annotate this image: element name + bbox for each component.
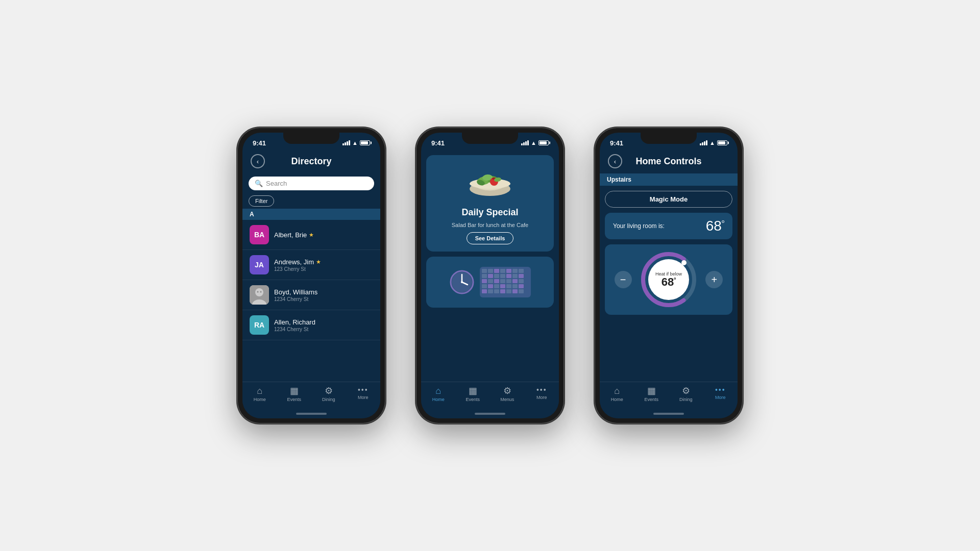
phone-directory: 9:41 ▲ ‹ Directory: [237, 128, 385, 423]
contact-item-andrews[interactable]: JA Andrews, Jim ★ 123 Cherry St: [242, 250, 380, 280]
daily-special-card: Daily Special Salad Bar for lunch at the…: [426, 155, 554, 252]
status-time-1: 9:41: [253, 139, 266, 147]
status-icons-3: ▲: [700, 140, 727, 146]
wifi-icon-3: ▲: [709, 140, 715, 146]
magic-mode-button[interactable]: Magic Mode: [605, 191, 732, 208]
nav-dining-3[interactable]: ⚙ Dining: [669, 386, 703, 402]
contact-addr-boyd: 1234 Cherry St: [274, 296, 373, 302]
contact-name-albert: Albert, Brie ★: [274, 231, 373, 239]
svg-rect-44: [500, 284, 505, 288]
avatar-allen: RA: [250, 315, 269, 335]
svg-rect-31: [506, 274, 511, 278]
svg-rect-36: [494, 279, 499, 283]
search-icon: 🔍: [255, 180, 263, 187]
events-icon-3: ▦: [647, 386, 656, 395]
section-header-a: A: [242, 209, 380, 220]
svg-point-3: [257, 291, 259, 293]
controls-title: Home Controls: [627, 156, 710, 167]
svg-rect-50: [494, 289, 499, 293]
nav-more-3[interactable]: ••• More: [703, 386, 738, 402]
bottom-nav-2: ⌂ Home ▦ Events ⚙ Menus ••• More: [421, 382, 559, 409]
contact-name-andrews: Andrews, Jim ★: [274, 258, 373, 266]
svg-rect-52: [506, 289, 511, 293]
nav-menus-2[interactable]: ⚙ Menus: [490, 386, 525, 402]
see-details-button[interactable]: See Details: [467, 232, 514, 244]
contact-name-allen: Allen, Richard: [274, 318, 373, 326]
battery-icon-3: [717, 140, 727, 145]
home-icon-3: ⌂: [614, 386, 620, 395]
nav-events-label-1: Events: [287, 397, 301, 402]
nav-more-2[interactable]: ••• More: [525, 386, 559, 402]
back-button-1[interactable]: ‹: [251, 154, 265, 168]
temp-display-card: Your living room is: 68º: [605, 213, 732, 239]
nav-home-label-3: Home: [611, 397, 623, 402]
search-placeholder: Search: [266, 180, 287, 187]
upstairs-label: Upstairs: [600, 173, 738, 186]
signal-icon-1: [342, 140, 350, 145]
contact-name-boyd: Boyd, Williams: [274, 288, 373, 296]
controls-header: ‹ Home Controls: [600, 151, 738, 173]
svg-rect-33: [519, 274, 524, 278]
svg-rect-20: [482, 269, 487, 273]
filter-button[interactable]: Filter: [249, 195, 274, 207]
bowl-illustration: [464, 162, 516, 203]
bottom-nav-1: ⌂ Home ▦ Events ⚙ Dining ••• More: [242, 382, 380, 409]
person-photo-boyd: [250, 285, 269, 305]
contact-list: BA Albert, Brie ★ JA Andrews, Jim: [242, 220, 380, 382]
schedule-card: [426, 257, 554, 308]
more-icon-1: •••: [358, 386, 369, 393]
svg-point-18: [461, 281, 463, 283]
nav-home-2[interactable]: ⌂ Home: [421, 386, 456, 402]
nav-home-1[interactable]: ⌂ Home: [242, 386, 277, 402]
contact-item-albert[interactable]: BA Albert, Brie ★: [242, 220, 380, 250]
battery-icon-1: [360, 140, 370, 145]
events-icon-1: ▦: [290, 386, 299, 395]
avatar-boyd: [250, 285, 269, 305]
phones-container: 9:41 ▲ ‹ Directory: [237, 128, 743, 423]
star-icon-andrews: ★: [316, 259, 321, 265]
nav-events-1[interactable]: ▦ Events: [277, 386, 312, 402]
nav-events-label-2: Events: [465, 397, 480, 402]
nav-events-3[interactable]: ▦ Events: [634, 386, 669, 402]
svg-rect-45: [506, 284, 511, 288]
svg-rect-27: [482, 274, 487, 278]
contact-info-allen: Allen, Richard 1234 Cherry St: [274, 318, 373, 332]
svg-rect-29: [494, 274, 499, 278]
more-icon-2: •••: [536, 386, 547, 393]
daily-special-title: Daily Special: [461, 207, 518, 218]
home-icon-2: ⌂: [435, 386, 441, 395]
daily-special-subtitle: Salad Bar for lunch at the Cafe: [452, 222, 528, 228]
back-button-3[interactable]: ‹: [608, 154, 622, 168]
svg-rect-48: [482, 289, 487, 293]
dining-icon-3: ⚙: [682, 386, 690, 395]
wifi-icon-2: ▲: [531, 140, 536, 146]
directory-title: Directory: [270, 156, 353, 167]
thermostat-increase-button[interactable]: +: [705, 271, 723, 288]
bowl-svg: [464, 162, 516, 203]
nav-events-2[interactable]: ▦ Events: [456, 386, 491, 402]
nav-more-label-3: More: [715, 395, 726, 400]
svg-rect-39: [512, 279, 518, 283]
nav-dining-1[interactable]: ⚙ Dining: [311, 386, 346, 402]
signal-icon-3: [700, 140, 707, 145]
svg-rect-51: [500, 289, 505, 293]
nav-more-1[interactable]: ••• More: [346, 386, 381, 402]
thermostat-temp-display: 68º: [662, 277, 676, 288]
battery-icon-2: [538, 140, 549, 145]
svg-rect-47: [519, 284, 524, 288]
svg-rect-21: [488, 269, 493, 273]
contact-item-boyd[interactable]: Boyd, Williams 1234 Cherry St: [242, 280, 380, 310]
nav-home-3[interactable]: ⌂ Home: [600, 386, 634, 402]
contact-info-albert: Albert, Brie ★: [274, 231, 373, 239]
thermostat-decrease-button[interactable]: −: [615, 271, 632, 288]
contact-addr-andrews: 123 Cherry St: [274, 266, 373, 272]
nav-dining-label-3: Dining: [679, 397, 693, 402]
clock-icon: [449, 269, 475, 295]
directory-header: ‹ Directory: [242, 151, 380, 173]
contact-item-allen[interactable]: RA Allen, Richard 1234 Cherry St: [242, 310, 380, 340]
search-bar[interactable]: 🔍 Search: [249, 177, 374, 190]
status-bar-3: 9:41 ▲: [600, 133, 738, 151]
contact-info-boyd: Boyd, Williams 1234 Cherry St: [274, 288, 373, 302]
svg-rect-34: [482, 279, 487, 283]
svg-rect-26: [519, 269, 524, 273]
